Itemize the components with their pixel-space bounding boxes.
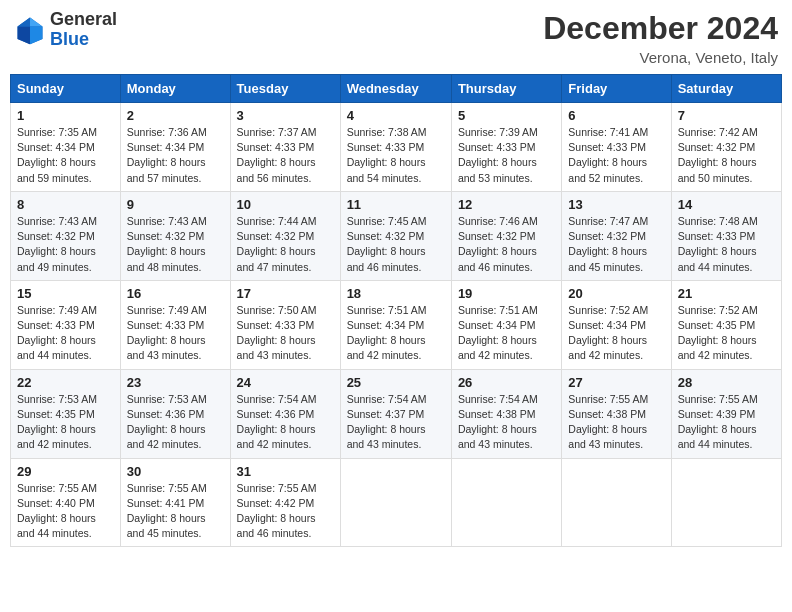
calendar-cell: 26Sunrise: 7:54 AMSunset: 4:38 PMDayligh… [451,369,561,458]
column-header-monday: Monday [120,75,230,103]
cell-line: Daylight: 8 hours [347,244,445,259]
cell-content: Sunrise: 7:55 AMSunset: 4:38 PMDaylight:… [568,392,664,453]
calendar-cell [340,458,451,547]
cell-line: and 42 minutes. [127,437,224,452]
cell-line: Sunset: 4:32 PM [458,229,555,244]
cell-content: Sunrise: 7:55 AMSunset: 4:42 PMDaylight:… [237,481,334,542]
cell-content: Sunrise: 7:47 AMSunset: 4:32 PMDaylight:… [568,214,664,275]
calendar-cell: 14Sunrise: 7:48 AMSunset: 4:33 PMDayligh… [671,191,781,280]
cell-line: and 43 minutes. [127,348,224,363]
cell-content: Sunrise: 7:37 AMSunset: 4:33 PMDaylight:… [237,125,334,186]
day-number: 5 [458,108,555,123]
cell-line: Daylight: 8 hours [568,333,664,348]
cell-line: Sunrise: 7:45 AM [347,214,445,229]
cell-line: Sunrise: 7:53 AM [17,392,114,407]
calendar-cell: 12Sunrise: 7:46 AMSunset: 4:32 PMDayligh… [451,191,561,280]
day-number: 2 [127,108,224,123]
day-number: 3 [237,108,334,123]
cell-line: and 45 minutes. [568,260,664,275]
cell-content: Sunrise: 7:55 AMSunset: 4:40 PMDaylight:… [17,481,114,542]
cell-line: Daylight: 8 hours [568,155,664,170]
cell-line: Sunrise: 7:52 AM [678,303,775,318]
cell-line: and 42 minutes. [568,348,664,363]
cell-line: Sunset: 4:39 PM [678,407,775,422]
cell-line: and 43 minutes. [458,437,555,452]
cell-line: Daylight: 8 hours [127,422,224,437]
cell-line: and 46 minutes. [347,260,445,275]
calendar-week-row: 8Sunrise: 7:43 AMSunset: 4:32 PMDaylight… [11,191,782,280]
cell-line: and 46 minutes. [237,526,334,541]
day-number: 31 [237,464,334,479]
calendar-cell: 9Sunrise: 7:43 AMSunset: 4:32 PMDaylight… [120,191,230,280]
cell-line: and 57 minutes. [127,171,224,186]
cell-line: Daylight: 8 hours [678,244,775,259]
cell-content: Sunrise: 7:51 AMSunset: 4:34 PMDaylight:… [458,303,555,364]
cell-line: and 47 minutes. [237,260,334,275]
svg-marker-4 [18,17,30,26]
cell-line: and 43 minutes. [347,437,445,452]
day-number: 20 [568,286,664,301]
calendar-cell: 1Sunrise: 7:35 AMSunset: 4:34 PMDaylight… [11,103,121,192]
cell-content: Sunrise: 7:45 AMSunset: 4:32 PMDaylight:… [347,214,445,275]
cell-line: Sunset: 4:36 PM [237,407,334,422]
cell-line: Daylight: 8 hours [678,422,775,437]
cell-line: Sunset: 4:34 PM [347,318,445,333]
day-number: 6 [568,108,664,123]
cell-line: Daylight: 8 hours [347,422,445,437]
cell-line: Daylight: 8 hours [458,333,555,348]
title-block: December 2024 Verona, Veneto, Italy [543,10,778,66]
day-number: 23 [127,375,224,390]
cell-content: Sunrise: 7:54 AMSunset: 4:38 PMDaylight:… [458,392,555,453]
cell-line: Sunrise: 7:55 AM [568,392,664,407]
day-number: 29 [17,464,114,479]
calendar-cell: 20Sunrise: 7:52 AMSunset: 4:34 PMDayligh… [562,280,671,369]
cell-line: Sunset: 4:42 PM [237,496,334,511]
cell-line: Daylight: 8 hours [237,511,334,526]
cell-content: Sunrise: 7:52 AMSunset: 4:34 PMDaylight:… [568,303,664,364]
cell-content: Sunrise: 7:43 AMSunset: 4:32 PMDaylight:… [17,214,114,275]
calendar-cell: 15Sunrise: 7:49 AMSunset: 4:33 PMDayligh… [11,280,121,369]
cell-line: Sunrise: 7:55 AM [237,481,334,496]
cell-line: and 42 minutes. [458,348,555,363]
cell-line: Sunset: 4:34 PM [568,318,664,333]
day-number: 26 [458,375,555,390]
day-number: 21 [678,286,775,301]
day-number: 1 [17,108,114,123]
cell-line: and 52 minutes. [568,171,664,186]
day-number: 28 [678,375,775,390]
calendar-table: SundayMondayTuesdayWednesdayThursdayFrid… [10,74,782,547]
cell-line: Sunrise: 7:52 AM [568,303,664,318]
cell-line: Daylight: 8 hours [458,422,555,437]
column-header-sunday: Sunday [11,75,121,103]
calendar-cell: 17Sunrise: 7:50 AMSunset: 4:33 PMDayligh… [230,280,340,369]
cell-line: Sunset: 4:41 PM [127,496,224,511]
cell-line: Sunset: 4:33 PM [237,318,334,333]
cell-content: Sunrise: 7:38 AMSunset: 4:33 PMDaylight:… [347,125,445,186]
cell-content: Sunrise: 7:46 AMSunset: 4:32 PMDaylight:… [458,214,555,275]
location: Verona, Veneto, Italy [543,49,778,66]
cell-content: Sunrise: 7:44 AMSunset: 4:32 PMDaylight:… [237,214,334,275]
calendar-header-row: SundayMondayTuesdayWednesdayThursdayFrid… [11,75,782,103]
cell-content: Sunrise: 7:50 AMSunset: 4:33 PMDaylight:… [237,303,334,364]
cell-content: Sunrise: 7:53 AMSunset: 4:36 PMDaylight:… [127,392,224,453]
cell-line: Sunset: 4:33 PM [678,229,775,244]
calendar-cell: 18Sunrise: 7:51 AMSunset: 4:34 PMDayligh… [340,280,451,369]
cell-line: and 44 minutes. [17,348,114,363]
cell-line: Sunset: 4:34 PM [127,140,224,155]
calendar-cell: 7Sunrise: 7:42 AMSunset: 4:32 PMDaylight… [671,103,781,192]
calendar-cell: 6Sunrise: 7:41 AMSunset: 4:33 PMDaylight… [562,103,671,192]
cell-line: Daylight: 8 hours [17,511,114,526]
cell-content: Sunrise: 7:42 AMSunset: 4:32 PMDaylight:… [678,125,775,186]
day-number: 4 [347,108,445,123]
cell-line: Daylight: 8 hours [568,422,664,437]
calendar-cell: 23Sunrise: 7:53 AMSunset: 4:36 PMDayligh… [120,369,230,458]
calendar-cell: 22Sunrise: 7:53 AMSunset: 4:35 PMDayligh… [11,369,121,458]
cell-line: Daylight: 8 hours [127,244,224,259]
cell-line: and 42 minutes. [347,348,445,363]
day-number: 25 [347,375,445,390]
calendar-week-row: 15Sunrise: 7:49 AMSunset: 4:33 PMDayligh… [11,280,782,369]
svg-marker-3 [18,26,30,44]
cell-line: and 49 minutes. [17,260,114,275]
calendar-cell: 3Sunrise: 7:37 AMSunset: 4:33 PMDaylight… [230,103,340,192]
cell-content: Sunrise: 7:55 AMSunset: 4:39 PMDaylight:… [678,392,775,453]
